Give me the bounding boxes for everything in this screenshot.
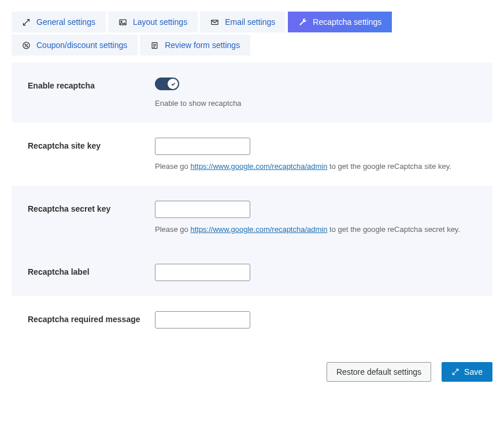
recaptcha-label-input[interactable] <box>155 264 250 281</box>
tab-recaptcha-settings[interactable]: Recaptcha settings <box>288 12 392 32</box>
tab-label: Review form settings <box>165 40 240 50</box>
field-row-site-key: Recaptcha site key Please go https://www… <box>12 123 492 186</box>
recaptcha-settings-panel: Enable recaptcha Enable to show recaptch… <box>12 62 492 344</box>
field-help: Enable to show recaptcha <box>155 99 476 108</box>
image-icon <box>118 18 127 27</box>
field-label: Enable recaptcha <box>28 78 155 90</box>
tab-label: Recaptcha settings <box>313 17 381 27</box>
help-pre: Please go <box>155 225 190 234</box>
mail-icon <box>210 18 219 27</box>
tab-general-settings[interactable]: General settings <box>12 12 106 32</box>
tab-review-form-settings[interactable]: Review form settings <box>140 35 250 56</box>
tab-coupon-settings[interactable]: Coupon/discount settings <box>12 35 138 56</box>
help-post: to get the google reCaptcha secret key. <box>327 225 460 234</box>
expand-icon <box>22 18 31 27</box>
tab-label: Layout settings <box>133 17 187 27</box>
field-label: Recaptcha secret key <box>28 201 155 213</box>
field-row-required-message: Recaptcha required message <box>12 296 492 344</box>
svg-point-4 <box>25 44 25 45</box>
recaptcha-secret-key-input[interactable] <box>155 201 250 218</box>
restore-defaults-button[interactable]: Restore default settings <box>327 362 431 382</box>
settings-tabs: General settings Layout settings Email s… <box>12 12 492 56</box>
recaptcha-required-message-input[interactable] <box>155 311 250 329</box>
svg-point-5 <box>27 46 28 46</box>
tab-label: Coupon/discount settings <box>36 40 127 50</box>
wrench-icon <box>298 18 307 27</box>
field-row-recaptcha-label: Recaptcha label <box>12 249 492 296</box>
recaptcha-admin-link[interactable]: https://www.google.com/recaptcha/admin <box>190 225 327 234</box>
tab-label: General settings <box>36 17 95 27</box>
field-label: Recaptcha label <box>28 264 155 276</box>
tab-label: Email settings <box>225 17 275 27</box>
field-help: Please go https://www.google.com/recaptc… <box>155 225 476 234</box>
field-row-enable-recaptcha: Enable recaptcha Enable to show recaptch… <box>12 62 492 123</box>
field-label: Recaptcha site key <box>28 138 155 150</box>
help-post: to get the google reCaptcha site key. <box>327 162 451 171</box>
field-help: Please go https://www.google.com/recaptc… <box>155 162 476 171</box>
tab-email-settings[interactable]: Email settings <box>200 12 286 32</box>
form-icon <box>150 41 159 50</box>
recaptcha-site-key-input[interactable] <box>155 138 250 155</box>
save-button[interactable]: Save <box>442 362 492 382</box>
percent-circle-icon <box>22 41 31 50</box>
enable-recaptcha-toggle[interactable] <box>155 78 179 90</box>
expand-icon <box>451 368 459 376</box>
toggle-knob <box>168 79 178 89</box>
field-row-secret-key: Recaptcha secret key Please go https://w… <box>12 186 492 249</box>
recaptcha-admin-link[interactable]: https://www.google.com/recaptcha/admin <box>190 162 327 171</box>
tab-layout-settings[interactable]: Layout settings <box>108 12 198 32</box>
help-pre: Please go <box>155 162 190 171</box>
save-button-label: Save <box>464 367 483 377</box>
field-label: Recaptcha required message <box>28 311 155 324</box>
svg-point-1 <box>121 21 122 22</box>
footer-actions: Restore default settings Save <box>12 362 492 382</box>
